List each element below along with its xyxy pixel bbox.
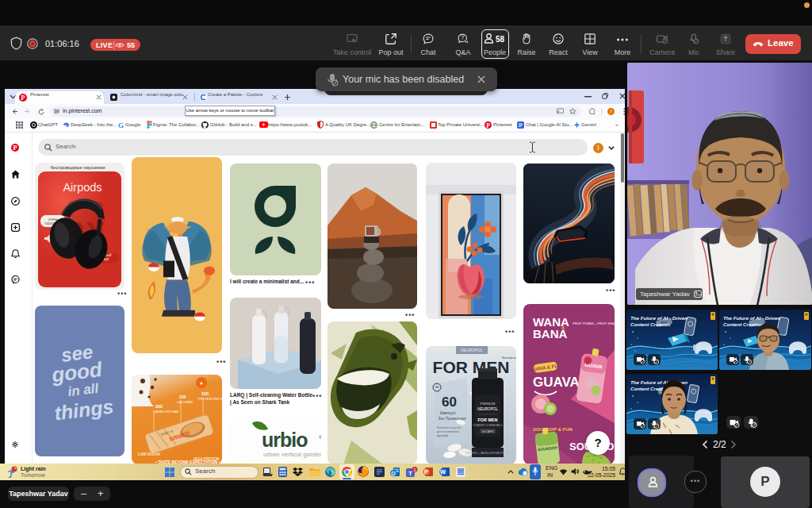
svg-text:NEUROPOL: NEUROPOL [460, 348, 482, 352]
svg-text:GUAVA: GUAVA [533, 375, 580, 390]
svg-text:ENERGY + MUSCLE FUNCTIONS: ENERGY + MUSCLE FUNCTIONS [465, 452, 510, 455]
svg-text:60: 60 [442, 394, 457, 410]
svg-text:PROTEIN PER BAR: PROTEIN PER BAR [198, 397, 222, 401]
svg-text:CALORIES: CALORIES [177, 400, 193, 404]
svg-text:P: P [13, 144, 17, 152]
svg-text:P: P [21, 94, 25, 102]
svg-text:®: ® [561, 326, 565, 331]
svg-text:LOW SUGAR: LOW SUGAR [138, 452, 161, 456]
svg-text:для когнитивных: для когнитивных [437, 430, 459, 433]
svg-text:urbio: urbio [262, 429, 308, 451]
svg-text:T: T [408, 470, 412, 477]
svg-text:The Future of AI - Driven: The Future of AI - Driven [723, 315, 780, 321]
svg-text:O: O [391, 471, 396, 476]
svg-text:urban vertical garden: urban vertical garden [263, 451, 321, 458]
svg-text:VITAMINT & MINERALS: VITAMINT & MINERALS [473, 424, 503, 427]
svg-text:PREMIUM: PREMIUM [480, 402, 495, 406]
svg-text:®: ® [319, 435, 321, 440]
svg-text:60 CAPS: 60 CAPS [482, 430, 494, 433]
svg-text:G: G [118, 121, 124, 129]
svg-text:P: P [486, 121, 490, 129]
svg-text:FOR MEN: FOR MEN [477, 418, 497, 422]
svg-text:функций: функций [437, 434, 448, 437]
svg-text:20G: 20G [155, 404, 163, 409]
svg-text:1: 1 [413, 468, 416, 472]
svg-text:things: things [52, 395, 114, 425]
svg-text:NEUROPOL: NEUROPOL [477, 407, 498, 411]
svg-text:Витамины и минералы: Витамины и минералы [502, 356, 516, 360]
svg-text:Airpods: Airpods [63, 181, 102, 194]
svg-text:W: W [440, 468, 446, 475]
svg-text:?: ? [461, 35, 464, 40]
svg-text:Content Creation: Content Creation [630, 321, 670, 327]
svg-text:FRUIT PUREE + FRUIT SNACKS: FRUIT PUREE + FRUIT SNACKS [573, 321, 615, 325]
svg-text:220: 220 [179, 394, 186, 399]
svg-text:Без Промедорек: Без Промедорек [439, 417, 466, 421]
svg-text:SOURSOP & FUN: SOURSOP & FUN [533, 427, 573, 432]
svg-text:P: P [424, 468, 428, 475]
svg-text:10G: 10G [201, 391, 209, 396]
svg-text:★: ★ [199, 381, 203, 386]
svg-text:Content Creation: Content Creation [723, 321, 763, 327]
svg-text:Капсул: Капсул [440, 410, 456, 415]
svg-text:CARBS PER BAR: CARBS PER BAR [153, 410, 179, 414]
svg-text:The Future of AI - Driven: The Future of AI - Driven [630, 315, 688, 321]
svg-text:Работает на успех: Работает на успех [437, 426, 462, 429]
svg-text:FOR MEN: FOR MEN [432, 358, 509, 376]
